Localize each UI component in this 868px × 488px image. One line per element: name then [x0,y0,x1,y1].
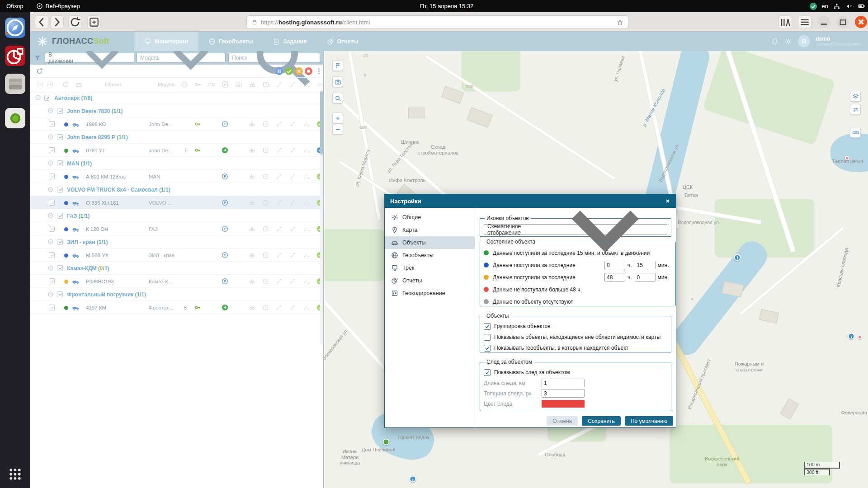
checkbox[interactable] [484,323,491,330]
vehicle-checkbox[interactable] [49,147,55,153]
history-column-icon[interactable] [262,81,269,88]
map-marker-blue[interactable]: i [848,333,855,340]
track2-icon[interactable] [289,252,296,258]
map-map-search-icon[interactable] [332,93,343,103]
new-tab-button[interactable] [87,15,101,29]
parking-icon[interactable]: P [222,121,228,127]
watch-icon[interactable] [249,147,255,154]
show-apps-icon[interactable] [8,467,23,482]
track24-icon[interactable]: 24 [303,121,310,127]
activities-button[interactable]: Обзор [0,0,30,12]
group-row[interactable]: Автопарк (7/8) [30,91,323,104]
default-button[interactable]: По умолчанию [625,416,673,426]
group-name[interactable]: Автопарк (7/8) [54,95,92,101]
icon-style-select[interactable]: Схематичное отображение [484,224,667,235]
signal-column-icon[interactable] [316,81,324,88]
map-marker-blue[interactable]: i [410,476,416,483]
moving-icon[interactable] [222,147,228,154]
tab-Задания[interactable]: Задания [263,32,316,51]
vehicle-name[interactable]: А 801 КМ 123rus [86,174,126,179]
map-draw-tool-icon[interactable] [332,60,343,71]
back-button[interactable] [35,15,48,29]
refresh-icon[interactable] [36,67,43,75]
vehicle-checkbox[interactable] [49,252,55,258]
map-measure-icon[interactable] [850,127,861,138]
vehicle-row[interactable]: 4197 КМФронтал...524 [30,301,323,314]
moving-icon[interactable] [222,304,228,311]
map-marker-pink[interactable] [858,335,862,339]
dialog-nav-Карта[interactable]: Карта [385,224,475,236]
group-name[interactable]: John Deere 8295 Р (1/1) [67,134,128,141]
list-scrollbar[interactable] [320,91,323,344]
group-name[interactable]: VOLVO FM TRUCK 8x4 - Самосвал (1/1) [67,187,170,193]
status-paused-icon[interactable] [275,67,283,75]
history-icon[interactable] [262,225,269,232]
vehicle-name[interactable]: М 588 УХ [86,253,108,258]
tab-Геообъекты[interactable]: Геообъекты [198,32,263,51]
map-zoom-out-button[interactable] [332,124,343,135]
dialog-nav-Геокодирование[interactable]: Геокодирование [385,287,475,300]
track-icon[interactable] [276,252,283,258]
track24-icon[interactable]: 24 [303,199,310,206]
group-row[interactable]: John Deere 7830 (1/1) [30,104,323,117]
track-icon[interactable] [276,225,283,232]
vehicle-name[interactable]: К 120 ОН [86,226,108,232]
vehicle-name[interactable]: 0781 УТ [86,148,105,153]
watch-icon[interactable] [249,252,255,258]
track-column-icon[interactable] [276,81,283,88]
parking-icon[interactable]: P [222,278,228,285]
collapse-all-icon[interactable] [37,81,44,88]
group-row[interactable]: VOLVO FM TRUCK 8x4 - Самосвал (1/1) [30,183,323,196]
history-icon[interactable] [262,252,269,258]
watch-icon[interactable] [249,304,255,311]
ignition-icon[interactable] [194,147,201,154]
model-filter-select[interactable]: Модель [137,53,226,63]
vehicle-row[interactable]: 1996 КОJohn De...P24 [30,117,323,131]
track2-icon[interactable] [289,121,296,127]
user-info[interactable]: demo 1НовыеПользователи [816,36,862,47]
ignition-icon[interactable] [194,304,201,311]
status-stop-icon[interactable] [305,67,312,75]
track2-icon[interactable] [289,199,296,206]
map-marker-pink[interactable] [845,156,849,160]
menu-button[interactable] [798,15,811,29]
watch-icon[interactable] [249,199,255,206]
collapse-icon[interactable] [35,94,41,101]
collapse-icon[interactable] [47,134,54,140]
vehicle-name[interactable]: 1996 КО [86,122,106,127]
watch-icon[interactable] [249,121,255,127]
dock-files-icon[interactable] [5,74,25,94]
track-icon[interactable] [276,147,283,154]
vehicle-checkbox[interactable] [49,278,55,284]
cancel-button[interactable]: Отмена [547,416,578,426]
group-row[interactable]: MAN (1/1) [30,157,323,170]
history-icon[interactable] [262,278,269,285]
track24-icon[interactable]: 24 [303,173,310,180]
expand-all-icon[interactable] [47,81,54,88]
vehicle-checkbox[interactable] [49,200,55,206]
watch-icon[interactable] [249,278,255,285]
track24-icon[interactable]: 24 [303,252,310,258]
speed-column-icon[interactable]: 10 [181,81,188,88]
close-button[interactable] [855,16,867,28]
track-icon[interactable] [276,173,283,180]
track2-icon[interactable] [289,173,296,180]
status-ok-icon[interactable] [285,67,293,75]
parking-icon[interactable]: P [222,252,228,258]
watch-icon[interactable] [249,173,255,180]
ignition-icon[interactable] [194,121,201,127]
vehicle-checkbox[interactable] [49,121,55,127]
dock-browser-icon[interactable] [5,18,25,38]
track24-icon[interactable]: 24 [303,278,310,285]
check-row[interactable]: Показывать объекты, находящиеся вне обла… [484,332,667,343]
keyboard-layout[interactable]: en [822,3,828,9]
group-checkbox[interactable] [57,213,63,219]
group-checkbox[interactable] [57,291,63,297]
group-checkbox[interactable] [44,95,50,101]
library-button[interactable] [778,15,792,29]
column-object[interactable]: Объект [105,82,122,87]
checkbox[interactable] [484,369,491,376]
column-model[interactable]: Модель [158,82,175,87]
clock[interactable]: Пт, 15 апреля 15:32 [420,0,473,12]
save-button[interactable]: Сохранить [582,416,621,426]
